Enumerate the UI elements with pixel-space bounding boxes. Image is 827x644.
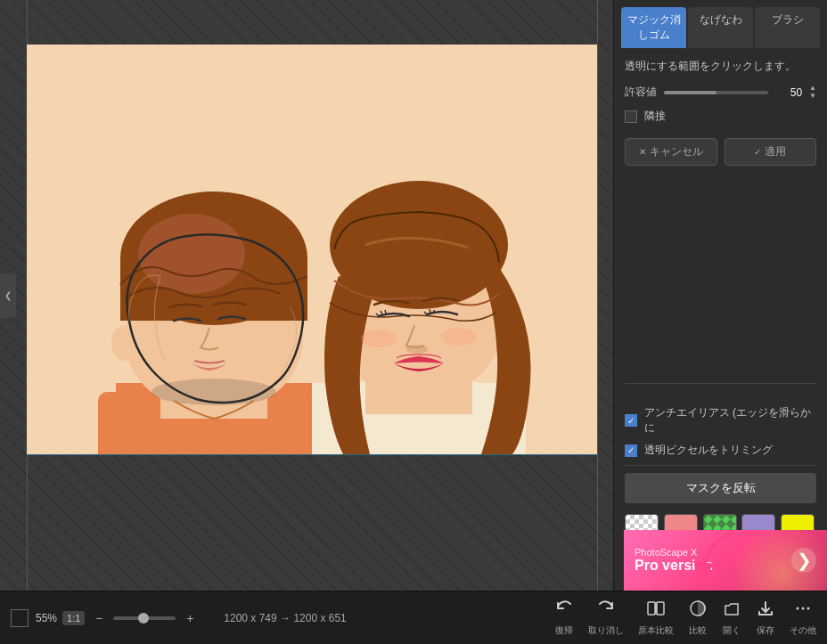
zoom-controls: 55% 1:1 − + bbox=[36, 611, 199, 625]
zoom-in-button[interactable]: + bbox=[181, 611, 199, 625]
canvas-area[interactable]: ❮ bbox=[0, 0, 613, 591]
adjacent-checkbox[interactable] bbox=[625, 110, 637, 123]
svg-point-26 bbox=[807, 607, 810, 610]
more-icon bbox=[793, 599, 813, 623]
save-button[interactable]: 保存 bbox=[756, 599, 775, 637]
action-buttons: ✕ キャンセル ✓ 適用 bbox=[625, 138, 816, 166]
guideline-right bbox=[597, 0, 598, 591]
compare-button[interactable]: 比較 bbox=[688, 599, 708, 637]
restore-button[interactable]: 復帰 bbox=[554, 599, 574, 637]
tolerance-slider-fill bbox=[664, 91, 716, 94]
right-panel: マジック消しゴム なげなわ ブラシ 透明にする範囲をクリックします。 許容値 5… bbox=[613, 0, 827, 591]
open-button[interactable]: 開く bbox=[722, 599, 741, 637]
tab-lasso[interactable]: なげなわ bbox=[688, 7, 753, 48]
toolbar-left: 55% 1:1 − + 1200 x 749 → 1200 x 651 bbox=[11, 609, 347, 627]
zoom-slider[interactable] bbox=[113, 616, 176, 620]
illustration-svg bbox=[27, 45, 597, 454]
cancel-button[interactable]: ✕ キャンセル bbox=[625, 138, 717, 166]
tab-brush[interactable]: ブラシ bbox=[755, 7, 820, 48]
apply-icon: ✓ bbox=[754, 147, 761, 157]
mask-invert-button[interactable]: マスクを反転 bbox=[625, 473, 816, 503]
zoom-out-button[interactable]: − bbox=[90, 611, 108, 625]
panel-description: 透明にする範囲をクリックします。 bbox=[625, 59, 816, 74]
zoom-thumb[interactable] bbox=[138, 613, 149, 624]
tolerance-row: 許容値 50 ▲ ▼ bbox=[625, 85, 816, 100]
compare-label: 比較 bbox=[689, 624, 707, 637]
panel-content: 透明にする範囲をクリックします。 許容値 50 ▲ ▼ 隣接 bbox=[614, 48, 827, 591]
open-icon bbox=[722, 599, 741, 623]
adjacent-label: 隣接 bbox=[644, 109, 666, 124]
toolbar-right: 復帰 取り消し 原本比較 比較 bbox=[554, 599, 816, 637]
tolerance-label: 許容値 bbox=[625, 85, 657, 100]
save-arrow-indicator bbox=[680, 524, 751, 595]
zoom-ratio[interactable]: 1:1 bbox=[62, 611, 85, 625]
pro-arrow-icon[interactable]: ❯ bbox=[791, 548, 816, 573]
compare-original-button[interactable]: 原本比較 bbox=[638, 599, 674, 637]
save-label: 保存 bbox=[757, 624, 774, 637]
cancel-icon: ✕ bbox=[639, 147, 646, 157]
trim-label: 透明ピクセルをトリミング bbox=[644, 443, 773, 458]
anti-alias-label: アンチエイリアス (エッジを滑らかに bbox=[644, 405, 816, 436]
restore-icon bbox=[554, 599, 574, 623]
main-area: ❮ マジック消しゴム なげなわ ブラシ 透明にする範囲をクリックします。 許容値… bbox=[0, 0, 827, 591]
tolerance-stepper[interactable]: ▲ ▼ bbox=[809, 85, 816, 100]
more-button[interactable]: その他 bbox=[790, 599, 816, 637]
compare-icon bbox=[688, 599, 708, 623]
divider-2 bbox=[625, 465, 816, 466]
stepper-down[interactable]: ▼ bbox=[809, 93, 816, 100]
save-icon bbox=[756, 599, 775, 623]
svg-point-16 bbox=[361, 330, 397, 347]
canvas-image[interactable] bbox=[27, 45, 597, 454]
canvas-indicator[interactable] bbox=[11, 609, 29, 627]
options-section: ✓ アンチエイリアス (エッジを滑らかに ✓ 透明ピクセルをトリミング bbox=[625, 391, 816, 458]
trim-checkbox[interactable]: ✓ bbox=[625, 444, 637, 457]
svg-point-18 bbox=[406, 345, 428, 354]
open-label: 開く bbox=[723, 624, 741, 637]
anti-alias-row: ✓ アンチエイリアス (エッジを滑らかに bbox=[625, 405, 816, 436]
anti-alias-checkbox[interactable]: ✓ bbox=[625, 414, 637, 427]
trim-row: ✓ 透明ピクセルをトリミング bbox=[625, 443, 816, 458]
more-label: その他 bbox=[790, 624, 816, 637]
apply-button[interactable]: ✓ 適用 bbox=[725, 138, 817, 166]
zoom-percent: 55% bbox=[36, 612, 57, 624]
tolerance-value: 50 bbox=[775, 86, 802, 99]
guideline-bottom bbox=[27, 454, 597, 455]
restore-label: 復帰 bbox=[555, 624, 573, 637]
compare-original-icon bbox=[646, 599, 666, 623]
divider-1 bbox=[625, 383, 816, 384]
tool-tabs: マジック消しゴム なげなわ ブラシ bbox=[614, 0, 827, 48]
svg-rect-19 bbox=[648, 602, 655, 615]
svg-point-24 bbox=[797, 607, 799, 610]
tab-magic-eraser[interactable]: マジック消しゴム bbox=[621, 7, 686, 48]
left-panel-toggle[interactable]: ❮ bbox=[0, 273, 16, 318]
tolerance-slider[interactable] bbox=[664, 91, 768, 94]
image-size-info: 1200 x 749 → 1200 x 651 bbox=[224, 612, 346, 624]
adjacent-row: 隣接 bbox=[625, 109, 816, 124]
bottom-toolbar: 55% 1:1 − + 1200 x 749 → 1200 x 651 復帰 bbox=[0, 591, 827, 644]
stepper-up[interactable]: ▲ bbox=[809, 85, 816, 92]
undo-button[interactable]: 取り消し bbox=[588, 599, 624, 637]
svg-rect-20 bbox=[657, 602, 664, 615]
svg-point-25 bbox=[802, 607, 805, 610]
undo-label: 取り消し bbox=[588, 624, 624, 637]
compare-original-label: 原本比較 bbox=[638, 624, 674, 637]
svg-point-17 bbox=[441, 328, 477, 346]
svg-point-8 bbox=[138, 214, 245, 294]
undo-icon bbox=[596, 599, 616, 623]
